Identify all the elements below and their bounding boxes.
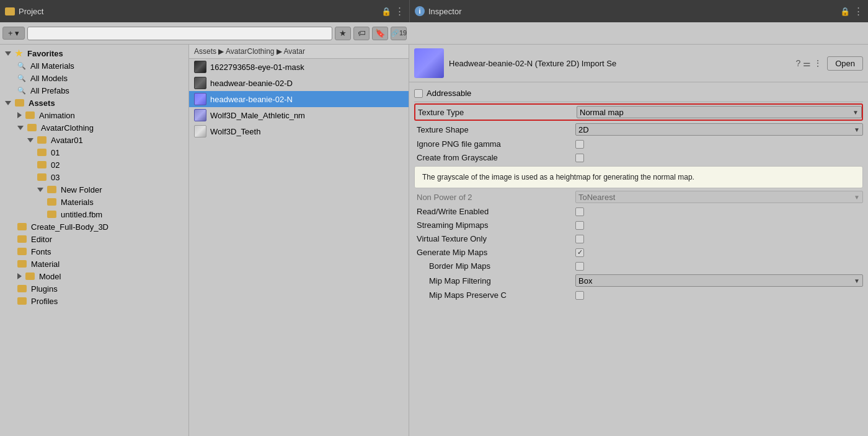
tooltip-box: The grayscale of the image is used as a … (414, 166, 863, 188)
create-grayscale-checkbox[interactable] (575, 154, 584, 162)
link-icon[interactable]: 🔗19 (391, 27, 407, 40)
inspector-more-icon2[interactable]: ⋮ (813, 58, 822, 68)
generate-mipmaps-row: Generate Mip Maps (414, 246, 863, 259)
sidebar-item-plugins[interactable]: Plugins (0, 282, 188, 295)
file-item-eye[interactable]: 1622793658-eye-01-mask (189, 59, 409, 75)
sidebar-item-new-folder[interactable]: New Folder (0, 183, 188, 196)
non-power-dropdown[interactable]: ToNearest ▼ (575, 191, 863, 203)
search-icon-materials: 🔍 (17, 62, 26, 70)
folder-02-icon (37, 161, 46, 168)
file-item-beanie-d[interactable]: headwear-beanie-02-D (189, 75, 409, 91)
sidebar-material-label: Material (31, 259, 60, 269)
sidebar-item-editor[interactable]: Editor (0, 233, 188, 245)
texture-shape-row: Texture Shape 2D ▼ (414, 122, 863, 137)
inspector-lock-icon[interactable]: 🔒 (840, 7, 850, 16)
create-grayscale-row: Create from Grayscale (414, 151, 863, 165)
border-mipmaps-checkbox[interactable] (575, 262, 584, 271)
read-write-checkbox[interactable] (575, 207, 584, 216)
generate-mipmaps-checkbox[interactable] (575, 248, 584, 257)
bookmark-icon[interactable]: 🔖 (372, 27, 388, 40)
sidebar-item-02[interactable]: 02 (0, 159, 188, 171)
sidebar-item-animation[interactable]: Animation (0, 109, 188, 121)
sidebar-item-fonts[interactable]: Fonts (0, 245, 188, 258)
file-item-teeth[interactable]: Wolf3D_Teeth (189, 123, 409, 139)
inspector-settings-icon[interactable]: ⚌ (803, 58, 811, 68)
animation-folder-icon (25, 111, 35, 119)
sidebar-plugins-label: Plugins (31, 284, 58, 294)
folder-01-icon (37, 149, 46, 156)
sidebar-favorites-header[interactable]: ★ Favorites (0, 47, 188, 59)
sidebar-item-03[interactable]: 03 (0, 171, 188, 183)
sidebar-all-materials[interactable]: 🔍 All Materials (0, 59, 188, 72)
non-power-label: Non Power of 2 (414, 193, 575, 202)
breadcrumb: Assets ▶ AvatarClothing ▶ Avatar (189, 45, 409, 59)
fonts-folder-icon (17, 248, 27, 255)
mip-filtering-dropdown[interactable]: Box ▼ (575, 274, 863, 287)
inspector-more-icon[interactable]: ⋮ (854, 6, 863, 17)
sidebar-all-prefabs[interactable]: 🔍 All Prefabs (0, 84, 188, 97)
sidebar-item-model[interactable]: Model (0, 270, 188, 282)
tag-icon[interactable]: 🏷 (353, 27, 370, 40)
texture-type-row: Texture Type Normal map ▼ (414, 103, 863, 121)
inspector-info-icon: i (415, 6, 425, 16)
plugins-folder-icon (17, 285, 27, 292)
file-thumb-teeth (194, 125, 206, 137)
virtual-texture-checkbox[interactable] (575, 235, 584, 243)
create-fullbody-folder-icon (17, 223, 27, 230)
streaming-mipmaps-checkbox[interactable] (575, 221, 584, 230)
sidebar-assets-header[interactable]: Assets (0, 97, 188, 109)
sidebar-avatar01-label: Avatar01 (51, 136, 83, 145)
file-item-beanie-n[interactable]: headwear-beanie-02-N (189, 91, 409, 107)
sidebar-assets-label: Assets (29, 98, 55, 108)
avatarclothing-triangle (17, 126, 24, 130)
sidebar-favorites-label: Favorites (27, 49, 63, 58)
file-name-beanie-d: headwear-beanie-02-D (210, 79, 293, 88)
sidebar-item-avatar01[interactable]: Avatar01 (0, 134, 188, 146)
favorites-icon[interactable]: ★ (335, 27, 351, 40)
sidebar-item-create-full-body[interactable]: Create_Full-Body_3D (0, 220, 188, 233)
sidebar-item-untitled-fbm[interactable]: untitled.fbm (0, 208, 188, 220)
sidebar-all-prefabs-label: All Prefabs (30, 86, 69, 95)
project-more-icon[interactable]: ⋮ (395, 6, 404, 17)
editor-folder-icon (17, 235, 27, 243)
folder-03-icon (37, 173, 46, 181)
addressable-checkbox[interactable] (414, 89, 423, 98)
project-lock-icon[interactable]: 🔒 (381, 7, 391, 16)
mip-filtering-row: Mip Map Filtering Box ▼ (414, 273, 863, 289)
mip-filtering-value: Box (578, 276, 592, 286)
non-power-value: ToNearest (578, 193, 615, 202)
search-input[interactable] (27, 27, 332, 40)
texture-shape-dropdown[interactable]: 2D ▼ (575, 123, 863, 136)
file-name-wolf-nm: Wolf3D_Male_Athletic_nm (210, 111, 305, 120)
animation-triangle (17, 112, 22, 118)
file-item-wolf-nm[interactable]: Wolf3D_Male_Athletic_nm (189, 107, 409, 123)
asset-name: Headwear-beanie-02-N (Texture 2D) Import… (449, 59, 790, 68)
addressable-row: Addressable (414, 86, 863, 100)
mip-filtering-arrow: ▼ (854, 277, 860, 284)
create-grayscale-label: Create from Grayscale (414, 153, 575, 162)
streaming-mipmaps-row: Streaming Mipmaps (414, 219, 863, 232)
model-folder-icon (25, 272, 35, 280)
inspector-header: Headwear-beanie-02-N (Texture 2D) Import… (409, 45, 868, 82)
materials-folder-icon (47, 198, 56, 206)
sidebar-all-models[interactable]: 🔍 All Models (0, 72, 188, 84)
sidebar-item-avatarclothing[interactable]: AvatarClothing (0, 121, 188, 134)
sidebar-animation-label: Animation (39, 111, 75, 120)
sidebar-item-profiles[interactable]: Profiles (0, 295, 188, 307)
inspector-content: Addressable Texture Type Normal map ▼ Te… (409, 82, 868, 436)
add-button[interactable]: + ▾ (2, 27, 25, 40)
mip-preserve-checkbox[interactable] (575, 291, 584, 300)
avatar01-folder-icon (37, 136, 46, 144)
help-icon[interactable]: ? (795, 58, 800, 68)
avatarclothing-folder-icon (27, 124, 37, 131)
sidebar-item-materials[interactable]: Materials (0, 196, 188, 208)
sidebar-item-01[interactable]: 01 (0, 146, 188, 159)
texture-type-dropdown[interactable]: Normal map ▼ (577, 106, 862, 118)
search-icon-models: 🔍 (17, 74, 26, 82)
avatar01-triangle (27, 138, 33, 142)
texture-type-value: Normal map (580, 108, 624, 117)
sidebar-avatarclothing-label: AvatarClothing (41, 123, 94, 133)
ignore-png-checkbox[interactable] (575, 140, 584, 149)
open-button[interactable]: Open (827, 56, 863, 71)
sidebar-item-material[interactable]: Material (0, 258, 188, 270)
